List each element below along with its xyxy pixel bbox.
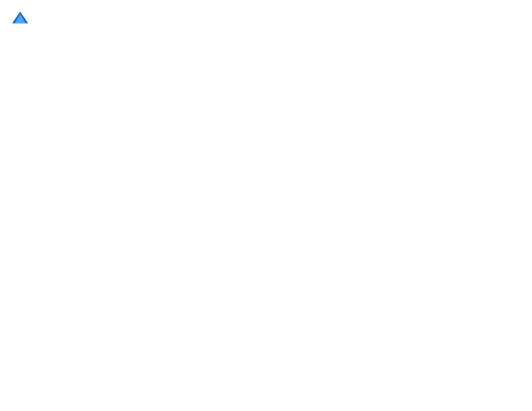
logo-icon [11, 11, 30, 24]
logo [11, 11, 32, 24]
page-header [11, 11, 521, 24]
